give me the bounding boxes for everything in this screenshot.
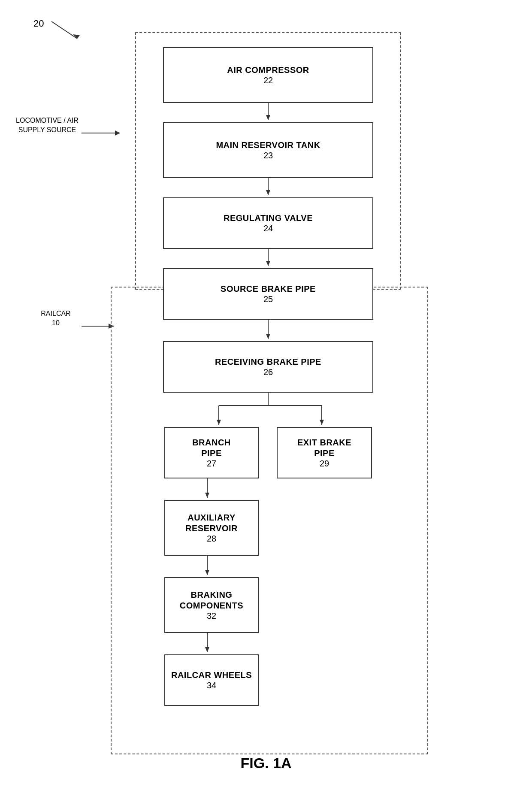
svg-marker-19 — [320, 420, 324, 425]
braking-components-title: BRAKING COMPONENTS — [180, 590, 243, 611]
receiving-brake-pipe-title: RECEIVING BRAKE PIPE — [215, 357, 321, 367]
svg-line-0 — [51, 21, 77, 39]
connector-split — [163, 393, 373, 427]
exit-brake-pipe-num: 29 — [320, 459, 329, 469]
locomotive-label: LOCOMOTIVE / AIR SUPPLY SOURCE — [13, 116, 82, 135]
railcar-wheels-title: RAILCAR WHEELS — [171, 670, 252, 681]
connector-3-4 — [266, 249, 271, 268]
source-brake-pipe-num: 25 — [263, 294, 273, 304]
branch-pipe-box: BRANCH PIPE 27 — [164, 427, 259, 478]
svg-marker-21 — [205, 493, 209, 498]
svg-marker-11 — [266, 261, 270, 266]
braking-components-num: 32 — [207, 611, 216, 621]
svg-marker-9 — [266, 190, 270, 195]
main-reservoir-num: 23 — [263, 151, 273, 160]
connector-branch-aux — [205, 478, 210, 500]
air-compressor-title: AIR COMPRESSOR — [227, 65, 309, 76]
svg-marker-25 — [205, 647, 209, 652]
ref-20-label: 20 — [33, 18, 44, 29]
locomotive-arrow — [82, 124, 133, 142]
svg-marker-13 — [266, 334, 270, 339]
regulating-valve-box: REGULATING VALVE 24 — [163, 197, 373, 249]
connector-braking-wheels — [205, 633, 210, 654]
source-brake-pipe-box: SOURCE BRAKE PIPE 25 — [163, 268, 373, 320]
branch-pipe-num: 27 — [207, 459, 216, 469]
figure-label: FIG. 1A — [240, 755, 291, 772]
svg-marker-7 — [266, 115, 270, 120]
regulating-valve-num: 24 — [263, 224, 273, 233]
air-compressor-box: AIR COMPRESSOR 22 — [163, 47, 373, 103]
svg-marker-17 — [217, 420, 221, 425]
railcar-wheels-box: RAILCAR WHEELS 34 — [164, 654, 259, 706]
source-brake-pipe-title: SOURCE BRAKE PIPE — [221, 284, 316, 294]
receiving-brake-pipe-num: 26 — [263, 367, 273, 377]
exit-brake-pipe-title: EXIT BRAKE PIPE — [297, 437, 351, 459]
auxiliary-reservoir-box: AUXILIARY RESERVOIR 28 — [164, 500, 259, 556]
ref-20-arrow — [43, 17, 94, 43]
railcar-label: RAILCAR10 — [30, 309, 82, 328]
svg-marker-3 — [115, 130, 120, 136]
connector-4-5 — [266, 320, 271, 341]
regulating-valve-title: REGULATING VALVE — [224, 213, 313, 224]
main-reservoir-box: MAIN RESERVOIR TANK 23 — [163, 122, 373, 178]
railcar-wheels-num: 34 — [207, 681, 216, 690]
connector-2-3 — [266, 178, 271, 197]
connector-aux-braking — [205, 556, 210, 577]
branch-pipe-title: BRANCH PIPE — [192, 437, 231, 459]
connector-1-2 — [266, 103, 271, 122]
receiving-brake-pipe-box: RECEIVING BRAKE PIPE 26 — [163, 341, 373, 393]
main-reservoir-title: MAIN RESERVOIR TANK — [216, 140, 320, 151]
braking-components-box: BRAKING COMPONENTS 32 — [164, 577, 259, 633]
auxiliary-reservoir-num: 28 — [207, 534, 216, 544]
exit-brake-pipe-box: EXIT BRAKE PIPE 29 — [277, 427, 372, 478]
svg-marker-23 — [205, 570, 209, 575]
auxiliary-reservoir-title: AUXILIARY RESERVOIR — [185, 512, 238, 534]
air-compressor-num: 22 — [263, 76, 273, 85]
